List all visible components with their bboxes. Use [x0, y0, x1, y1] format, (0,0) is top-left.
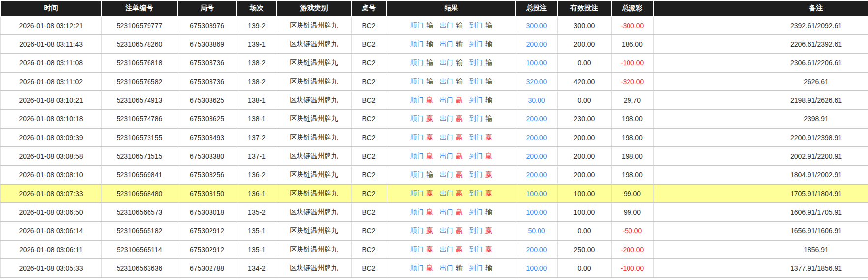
gate-link[interactable]: 出门: [440, 77, 453, 85]
total-bet-link[interactable]: 320.00: [526, 78, 547, 85]
gate-link[interactable]: 出门: [440, 189, 453, 197]
table-row[interactable]: 2026-01-08 03:06:50523106566573675303018…: [0, 203, 868, 222]
table-row[interactable]: 2026-01-08 03:06:14523106565182675302912…: [0, 222, 868, 240]
result-cell: 顺门赢出门输到门输: [387, 259, 516, 278]
table-row[interactable]: 2026-01-08 03:10:21523106574913675303625…: [0, 91, 868, 110]
gate-link[interactable]: 出门: [440, 114, 453, 122]
gate-link[interactable]: 到门: [469, 40, 483, 48]
result-group: 出门赢: [440, 226, 463, 234]
total-bet-link[interactable]: 100.00: [526, 264, 547, 272]
table-row[interactable]: 2026-01-08 03:12:21523106579777675303976…: [0, 16, 868, 35]
gate-link[interactable]: 到门: [469, 21, 483, 29]
gate-link[interactable]: 到门: [469, 208, 483, 216]
gate-link[interactable]: 出门: [440, 152, 453, 160]
total-bet-link[interactable]: 200.00: [526, 152, 547, 160]
header-round-number: 局号: [178, 0, 237, 16]
total-bet-link[interactable]: 50.00: [528, 227, 545, 235]
gate-link[interactable]: 顺门: [410, 40, 424, 48]
result-group: 顺门赢: [410, 245, 433, 253]
total-bet-link[interactable]: 200.00: [526, 134, 547, 141]
table-row[interactable]: 2026-01-08 03:06:11523106565114675302912…: [0, 240, 868, 259]
gate-link[interactable]: 出门: [440, 96, 453, 104]
time-cell: 2026-01-08 03:11:08: [0, 54, 101, 72]
gate-link[interactable]: 出门: [440, 21, 453, 29]
gate-link[interactable]: 到门: [469, 96, 483, 104]
payout-cell: 198.00: [611, 147, 653, 166]
time-cell: 2026-01-08 03:06:14: [0, 222, 101, 240]
total-bet-link[interactable]: 200.00: [526, 115, 547, 123]
gate-link[interactable]: 出门: [440, 208, 453, 216]
gate-link[interactable]: 出门: [440, 133, 453, 141]
table-row[interactable]: 2026-01-08 03:08:10523106569841675303256…: [0, 166, 868, 184]
result-outcome: 赢: [485, 189, 492, 197]
total-bet-cell: 100.00: [516, 184, 557, 203]
valid-bet-cell: 0.00: [557, 54, 611, 72]
total-bet-link[interactable]: 100.00: [526, 59, 547, 67]
gate-link[interactable]: 顺门: [410, 152, 424, 160]
gate-link[interactable]: 到门: [469, 77, 483, 85]
gate-link[interactable]: 到门: [469, 133, 483, 141]
result-cell: 顺门输出门输到门输: [387, 72, 516, 91]
gate-link[interactable]: 到门: [469, 226, 483, 234]
bet-history-table-viewport: 时间 注单编号 局号 场次 游戏类别 桌号 结果 总投注 有效投注 总派彩 备注…: [0, 0, 868, 280]
gate-link[interactable]: 顺门: [410, 133, 424, 141]
gate-link[interactable]: 到门: [469, 189, 483, 197]
gate-link[interactable]: 顺门: [410, 77, 424, 85]
valid-bet-cell: 200.00: [557, 166, 611, 184]
total-bet-link[interactable]: 200.00: [526, 40, 547, 48]
session-cell: 137-1: [237, 147, 277, 166]
gate-link[interactable]: 顺门: [410, 114, 424, 122]
gate-link[interactable]: 顺门: [410, 264, 424, 272]
table-row[interactable]: 2026-01-08 03:11:02523106576582675303736…: [0, 72, 868, 91]
total-bet-link[interactable]: 100.00: [526, 190, 547, 197]
table-header: 时间 注单编号 局号 场次 游戏类别 桌号 结果 总投注 有效投注 总派彩 备注: [0, 0, 868, 16]
total-bet-link[interactable]: 300.00: [526, 22, 547, 29]
gate-link[interactable]: 顺门: [410, 226, 424, 234]
gate-link[interactable]: 到门: [469, 114, 483, 122]
gate-link[interactable]: 到门: [469, 152, 483, 160]
time-cell: 2026-01-08 03:07:33: [0, 184, 101, 203]
remark-cell: 2398.91: [653, 110, 868, 128]
gate-link[interactable]: 顺门: [410, 245, 424, 253]
gate-link[interactable]: 出门: [440, 58, 453, 66]
table-row[interactable]: 2026-01-08 03:08:58523106571515675303380…: [0, 147, 868, 166]
gate-link[interactable]: 到门: [469, 264, 483, 272]
payout-cell: 198.00: [611, 166, 653, 184]
table-number-cell: BC2: [351, 184, 387, 203]
gate-link[interactable]: 顺门: [410, 170, 424, 178]
gate-link[interactable]: 到门: [469, 245, 483, 253]
gate-link[interactable]: 出门: [440, 245, 453, 253]
bet-number-cell: 523106571515: [101, 147, 178, 166]
valid-bet-cell: 230.00: [557, 110, 611, 128]
gate-link[interactable]: 顺门: [410, 58, 424, 66]
gate-link[interactable]: 顺门: [410, 96, 424, 104]
payout-cell: -320.00: [611, 72, 653, 91]
gate-link[interactable]: 出门: [440, 170, 453, 178]
table-row[interactable]: 2026-01-08 03:11:43523106578260675303869…: [0, 35, 868, 54]
result-group: 出门输: [440, 77, 463, 85]
bet-number-cell: 523106578260: [101, 35, 178, 54]
round-number-cell: 675303976: [178, 16, 237, 35]
table-row[interactable]: 2026-01-08 03:07:33523106568480675303150…: [0, 184, 868, 203]
gate-link[interactable]: 出门: [440, 226, 453, 234]
gate-link[interactable]: 到门: [469, 58, 483, 66]
result-outcome: 赢: [426, 264, 433, 272]
table-row[interactable]: 2026-01-08 03:11:08523106576818675303736…: [0, 54, 868, 72]
gate-link[interactable]: 出门: [440, 264, 453, 272]
total-bet-link[interactable]: 200.00: [526, 246, 547, 253]
gate-link[interactable]: 到门: [469, 170, 483, 178]
total-bet-link[interactable]: 100.00: [526, 208, 547, 216]
table-row[interactable]: 2026-01-08 03:05:33523106563636675302788…: [0, 259, 868, 278]
total-bet-link[interactable]: 30.00: [528, 96, 545, 104]
total-bet-link[interactable]: 200.00: [526, 171, 547, 179]
result-outcome: 赢: [456, 208, 463, 216]
gate-link[interactable]: 顺门: [410, 21, 424, 29]
game-type-cell: 区块链温州牌九: [277, 91, 351, 110]
gate-link[interactable]: 顺门: [410, 189, 424, 197]
payout-cell: -100.00: [611, 54, 653, 72]
table-row[interactable]: 2026-01-08 03:09:39523106573155675303493…: [0, 128, 868, 147]
gate-link[interactable]: 顺门: [410, 208, 424, 216]
table-row[interactable]: 2026-01-08 03:10:18523106574786675303625…: [0, 110, 868, 128]
gate-link[interactable]: 出门: [440, 40, 453, 48]
session-cell: 138-2: [237, 54, 277, 72]
